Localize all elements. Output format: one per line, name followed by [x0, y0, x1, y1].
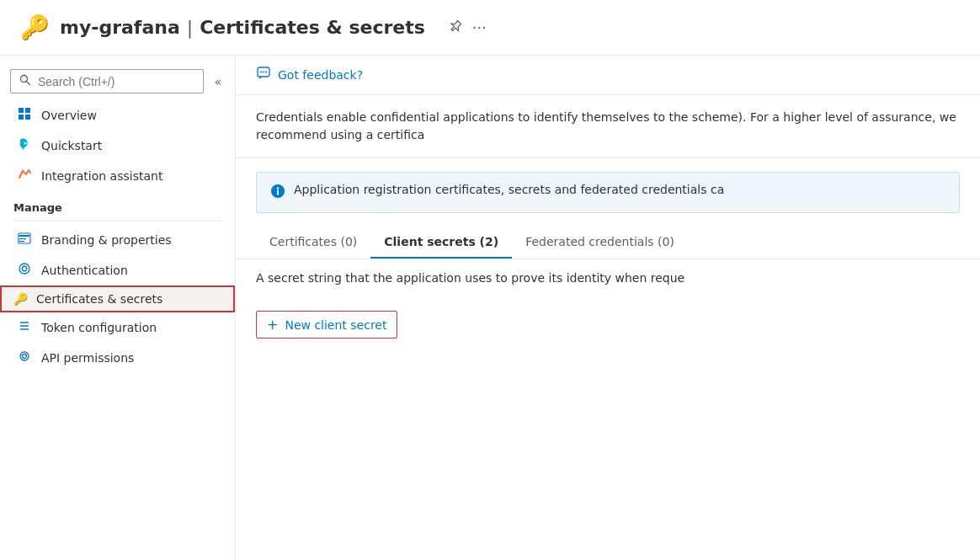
manage-section-header: Manage — [0, 191, 235, 217]
key-icon: 🔑 — [20, 13, 50, 41]
more-options-icon[interactable]: ··· — [472, 19, 487, 36]
svg-point-20 — [265, 72, 267, 73]
description-text: Credentials enable confidential applicat… — [236, 95, 980, 158]
overview-label: Overview — [41, 109, 97, 122]
svg-point-11 — [19, 264, 29, 274]
title-separator: | — [187, 17, 193, 38]
authentication-label: Authentication — [41, 264, 128, 277]
tab-certificates[interactable]: Certificates (0) — [256, 227, 370, 259]
section-description: A secret string that the application use… — [236, 259, 980, 297]
search-input[interactable] — [38, 75, 194, 88]
svg-rect-5 — [25, 115, 30, 120]
info-banner: Application registration certificates, s… — [256, 172, 960, 213]
content-area: Got feedback? Credentials enable confide… — [236, 56, 980, 560]
sidebar: « Overview Quickstart — [0, 56, 236, 560]
api-permissions-label: API permissions — [41, 351, 134, 365]
tabs-container: Certificates (0) Client secrets (2) Fede… — [236, 227, 980, 259]
certs-secrets-label: Certificates & secrets — [36, 292, 162, 306]
sidebar-item-token-config[interactable]: Token configuration — [0, 312, 235, 343]
svg-line-1 — [27, 82, 31, 86]
svg-point-6 — [24, 142, 27, 145]
token-config-icon — [16, 319, 33, 336]
collapse-button[interactable]: « — [210, 72, 225, 92]
plus-icon: + — [267, 317, 278, 333]
sidebar-item-integration[interactable]: Integration assistant — [0, 161, 235, 191]
token-config-label: Token configuration — [41, 321, 157, 334]
certs-secrets-icon: 🔑 — [13, 292, 28, 306]
info-banner-text: Application registration certificates, s… — [294, 183, 724, 196]
svg-point-19 — [263, 72, 264, 73]
branding-label: Branding & properties — [41, 233, 172, 247]
sidebar-item-quickstart[interactable]: Quickstart — [0, 131, 235, 161]
page-header: 🔑 my-grafana | Certificates & secrets ··… — [0, 0, 980, 56]
branding-icon — [16, 232, 33, 248]
new-secret-label: New client secret — [285, 318, 386, 332]
page-name: Certificates & secrets — [200, 17, 425, 38]
svg-rect-9 — [19, 238, 26, 239]
svg-rect-2 — [19, 108, 24, 113]
svg-rect-8 — [19, 235, 29, 237]
feedback-icon — [256, 66, 271, 84]
page-title: my-grafana | Certificates & secrets — [60, 17, 425, 38]
sidebar-item-overview[interactable]: Overview — [0, 100, 235, 131]
svg-rect-4 — [19, 115, 24, 120]
tab-federated-credentials[interactable]: Federated credentials (0) — [512, 227, 688, 259]
integration-icon — [16, 168, 33, 184]
integration-label: Integration assistant — [41, 169, 162, 183]
overview-icon — [16, 107, 33, 124]
sidebar-item-branding[interactable]: Branding & properties — [0, 225, 235, 255]
sidebar-item-authentication[interactable]: Authentication — [0, 255, 235, 285]
search-container: « — [0, 62, 235, 100]
svg-point-23 — [277, 187, 279, 189]
svg-point-16 — [23, 355, 27, 359]
feedback-bar[interactable]: Got feedback? — [236, 56, 980, 95]
svg-rect-10 — [19, 241, 24, 242]
sidebar-item-api-permissions[interactable]: API permissions — [0, 343, 235, 373]
svg-point-0 — [21, 76, 28, 83]
nav-divider — [13, 221, 221, 221]
pin-icon[interactable] — [449, 19, 462, 36]
new-client-secret-button[interactable]: + New client secret — [256, 311, 397, 339]
sidebar-item-certs-secrets[interactable]: 🔑 Certificates & secrets — [0, 285, 235, 312]
svg-rect-22 — [277, 190, 279, 195]
search-icon — [19, 74, 31, 88]
tab-client-secrets[interactable]: Client secrets (2) — [370, 227, 512, 259]
quickstart-icon — [16, 137, 33, 154]
svg-point-15 — [20, 352, 29, 360]
header-actions: ··· — [449, 19, 487, 36]
main-container: « Overview Quickstart — [0, 56, 980, 560]
quickstart-label: Quickstart — [41, 139, 102, 152]
app-name: my-grafana — [60, 17, 180, 38]
search-box[interactable] — [10, 69, 204, 93]
api-permissions-icon — [16, 349, 33, 366]
info-icon — [270, 184, 285, 202]
authentication-icon — [16, 262, 33, 279]
svg-rect-3 — [25, 108, 30, 113]
action-area: + New client secret — [236, 297, 980, 352]
svg-point-18 — [260, 72, 262, 73]
feedback-label: Got feedback? — [278, 68, 363, 82]
